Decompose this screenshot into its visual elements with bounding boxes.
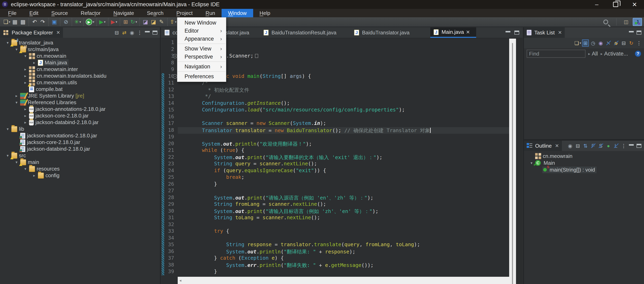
save-button[interactable]: ▦ bbox=[11, 18, 18, 25]
filters-button[interactable]: ◉ bbox=[128, 29, 136, 36]
tree-item-compile-bat[interactable]: compile.bat bbox=[0, 86, 160, 92]
scope-all[interactable]: ▸All bbox=[588, 51, 598, 57]
help-button[interactable]: ? bbox=[635, 50, 641, 57]
close-icon[interactable]: ✕ bbox=[555, 143, 559, 149]
tree-item-cn-meowrain-utils[interactable]: ▸cn.meowrain.utils bbox=[0, 79, 160, 86]
window-menu-new-window[interactable]: New Window bbox=[177, 19, 226, 27]
menu-run[interactable]: Run bbox=[199, 9, 222, 17]
tree-item-main-java[interactable]: ▸JMain.java bbox=[0, 59, 160, 66]
expander-icon[interactable]: ▸ bbox=[22, 120, 29, 125]
expander-icon[interactable]: ▾ bbox=[13, 100, 20, 105]
menu-project[interactable]: Project bbox=[170, 9, 199, 17]
minimize-window-button[interactable]: – bbox=[587, 0, 606, 9]
tree-item-jackson-core-2-18-0-jar[interactable]: ▸jackson-core-2.18.0.jar bbox=[0, 112, 160, 119]
vertical-scrollbar-thumb[interactable] bbox=[512, 43, 513, 284]
editor-tab-baidutranslator-java[interactable]: JBaiduTranslator.java bbox=[351, 27, 430, 38]
open-console-button[interactable]: ▣ bbox=[51, 18, 58, 25]
hide-non-public-button[interactable]: ● bbox=[605, 142, 612, 149]
filter-person-button[interactable]: ☻ bbox=[612, 39, 620, 47]
tree-item-cn-meowrain-inter[interactable]: ▸cn.meowrain.inter bbox=[0, 66, 160, 73]
tree-item-referenced-libraries[interactable]: ▾Referenced Libraries bbox=[0, 99, 160, 106]
collapse-all-button[interactable]: ⊟ bbox=[574, 142, 581, 149]
close-icon[interactable]: ✕ bbox=[466, 29, 470, 35]
tree-item-config[interactable]: ▸config bbox=[0, 172, 160, 179]
menu-window[interactable]: Window bbox=[222, 9, 253, 17]
window-menu-preferences[interactable]: Preferences bbox=[177, 72, 226, 80]
maximize-view-button[interactable] bbox=[152, 29, 158, 36]
expander-icon[interactable]: ▸ bbox=[22, 107, 29, 111]
outline-item-main-string-void[interactable]: main(String[]) : void bbox=[524, 166, 644, 173]
tree-item-jackson-annotations-2-18-0-jar[interactable]: jackson-annotations-2.18.0.jar bbox=[0, 132, 160, 139]
minimize-view-button[interactable] bbox=[144, 29, 151, 36]
search-icon[interactable] bbox=[603, 19, 608, 24]
find-input[interactable] bbox=[527, 50, 586, 58]
skip-breakpoints-button[interactable]: ⊘ bbox=[62, 18, 70, 25]
window-menu-appearance[interactable]: Appearance› bbox=[177, 35, 226, 43]
save-all-button[interactable]: ▩ bbox=[19, 18, 26, 25]
window-menu-navigation[interactable]: Navigation› bbox=[177, 62, 226, 71]
expander-icon[interactable]: ▸ bbox=[22, 67, 29, 72]
outline-item-main[interactable]: ▾CMain bbox=[524, 160, 644, 166]
external-tools-button[interactable]: ✳▾ bbox=[74, 18, 81, 25]
fold-collapse-icon[interactable]: − bbox=[173, 74, 177, 79]
tree-item-jre-system-library[interactable]: ▸JRE System Library [jre] bbox=[0, 92, 160, 99]
synchronize-button[interactable]: ↻ bbox=[628, 39, 635, 47]
expander-icon[interactable]: ▾ bbox=[22, 167, 29, 171]
expander-icon[interactable]: ▾ bbox=[22, 54, 29, 58]
menu-refactor[interactable]: Refactor bbox=[74, 9, 107, 17]
java-perspective-button[interactable]: J bbox=[633, 18, 642, 26]
outline-item-cn-meowrain[interactable]: cn.meowrain bbox=[524, 153, 644, 160]
new-java-project-button[interactable]: ⊞ bbox=[122, 18, 130, 25]
expander-icon[interactable]: ▸ bbox=[22, 74, 29, 78]
new-wizard-button[interactable]: ❏▾ bbox=[3, 18, 10, 25]
menu-help[interactable]: Help bbox=[253, 9, 277, 17]
maximize-view-button[interactable] bbox=[636, 142, 642, 149]
annotate-button[interactable]: ✎ bbox=[158, 18, 165, 25]
restore-window-button[interactable] bbox=[606, 0, 625, 9]
fold-expand-icon[interactable]: + bbox=[173, 54, 177, 58]
collapse-all-button[interactable]: ⊟ bbox=[113, 29, 120, 36]
minimize-view-button[interactable] bbox=[628, 142, 635, 149]
coverage-button[interactable]: ▶▾ bbox=[99, 18, 106, 25]
profile-button[interactable]: ▶▾ bbox=[110, 18, 118, 25]
editor-tab-baidutranslationresult-java[interactable]: JBaiduTranslationResult.java bbox=[260, 27, 351, 38]
tree-item-translator-java[interactable]: ▾Jtranslator_java bbox=[0, 39, 160, 46]
tree-item-jackson-databind-2-18-0-jar[interactable]: jackson-databind-2.18.0.jar bbox=[0, 146, 160, 152]
minimize-view-button[interactable] bbox=[628, 29, 635, 36]
focus-on-workweek-button[interactable]: ◉ bbox=[597, 39, 604, 47]
tree-item-src-main-java[interactable]: ▾src/main/java bbox=[0, 46, 160, 53]
tree-item-jackson-core-2-18-0-jar[interactable]: jackson-core-2.18.0.jar bbox=[0, 139, 160, 146]
tree-item-lib[interactable]: ▾lib bbox=[0, 126, 160, 132]
panel-sash[interactable] bbox=[524, 139, 644, 141]
open-resource-button[interactable]: ◪ bbox=[150, 18, 157, 25]
minimize-view-button[interactable] bbox=[504, 29, 512, 36]
tree-item-cn-meowrain-translators-baidu[interactable]: ▸cn.meowrain.translators.baidu bbox=[0, 73, 160, 79]
scope-activate[interactable]: ▸Activate... bbox=[601, 51, 628, 57]
tab-package-explorer[interactable]: Package Explorer ✕ bbox=[0, 27, 63, 38]
editor-tab-main-java[interactable]: JMain.java✕ bbox=[430, 27, 476, 38]
open-type-button[interactable]: ◪ bbox=[142, 18, 149, 25]
window-menu-perspective[interactable]: Perspective› bbox=[177, 53, 226, 61]
collapse-all-button[interactable]: ⊟ bbox=[620, 39, 627, 47]
sort-button[interactable]: ⇅ bbox=[582, 142, 589, 149]
expander-icon[interactable]: ▸ bbox=[22, 113, 29, 118]
menu-edit[interactable]: Edit bbox=[23, 9, 45, 17]
tree-item-resources[interactable]: ▾resources bbox=[0, 166, 160, 172]
tab-task-list[interactable]: Task List ✕ bbox=[524, 27, 565, 38]
expander-icon[interactable]: ▸ bbox=[30, 60, 38, 65]
tree-item-main[interactable]: ▾main bbox=[0, 159, 160, 166]
open-perspective-button[interactable]: ◫ bbox=[622, 18, 631, 26]
undo-button[interactable]: ↶ bbox=[31, 18, 38, 25]
tree-item-cn-meowrain[interactable]: ▾cn.meowrain bbox=[0, 53, 160, 59]
menu-navigate[interactable]: Navigate bbox=[107, 9, 140, 17]
tab-outline[interactable]: Outline ✕ bbox=[524, 141, 562, 151]
tree-item-jackson-databind-2-18-0-jar[interactable]: ▸jackson-databind-2.18.0.jar bbox=[0, 119, 160, 126]
view-menu-button[interactable]: ⋮ bbox=[636, 39, 642, 47]
expander-icon[interactable]: ▾ bbox=[4, 127, 11, 131]
view-menu-button[interactable]: ⋮ bbox=[136, 29, 143, 36]
menu-search[interactable]: Search bbox=[140, 9, 170, 17]
close-icon[interactable]: ✕ bbox=[56, 30, 60, 35]
scheduled-view-button[interactable]: ◷ bbox=[590, 39, 596, 47]
window-menu-editor[interactable]: Editor› bbox=[177, 27, 226, 35]
menu-file[interactable]: File bbox=[2, 9, 23, 17]
